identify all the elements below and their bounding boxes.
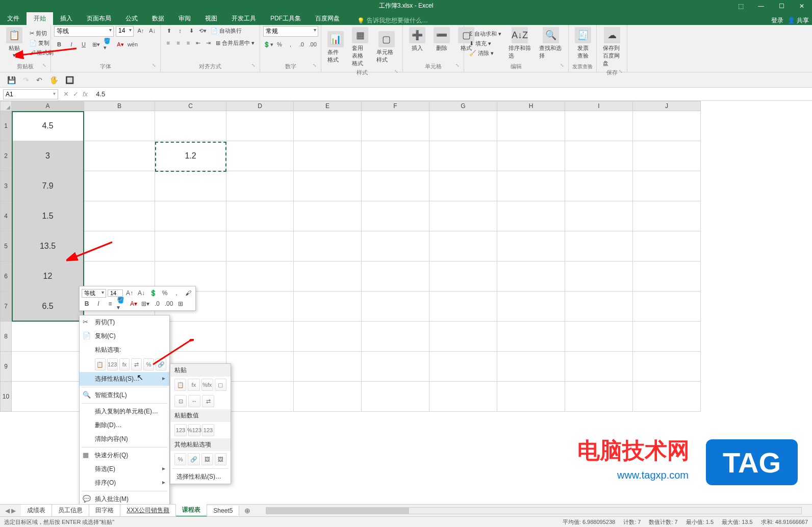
number-format-select[interactable]: 常规 (263, 26, 318, 37)
sub-paste-transpose[interactable]: ⇄ (202, 395, 214, 407)
cell-a4[interactable]: 1.5 (12, 201, 84, 231)
close-button[interactable]: ✕ (792, 0, 812, 12)
ctx-paste-special[interactable]: 选择性粘贴(S)…▸ (80, 372, 169, 386)
cell-j9[interactable] (633, 352, 701, 382)
ctx-clear[interactable]: 清除内容(N) (80, 432, 169, 446)
row-header-8[interactable]: 8 (0, 322, 12, 352)
clear-button[interactable]: 🧹 清除 ▾ (467, 49, 503, 58)
cell-f10[interactable] (362, 382, 429, 412)
cell-j4[interactable] (633, 201, 701, 231)
qat-save-button[interactable]: 💾 (7, 76, 16, 84)
cell-f1[interactable] (362, 111, 429, 141)
formula-enter-button[interactable]: ✓ (73, 90, 79, 98)
cell-g2[interactable] (429, 141, 497, 171)
tab-insert[interactable]: 插入 (53, 12, 80, 25)
cell-g8[interactable] (429, 322, 497, 352)
orientation-button[interactable]: ⟲▾ (197, 26, 208, 35)
share-button[interactable]: 👤 共享 (788, 16, 809, 25)
cell-d2[interactable] (226, 141, 294, 171)
tab-review[interactable]: 审阅 (171, 12, 198, 25)
cell-b4[interactable] (84, 201, 155, 231)
fill-color-button[interactable]: 🪣▾ (103, 40, 113, 49)
formula-input[interactable]: 4.5 (93, 89, 812, 99)
mini-decrease-font[interactable]: A↓ (136, 288, 146, 298)
cell-d4[interactable] (226, 201, 294, 231)
align-bottom-button[interactable]: ⬇ (186, 26, 196, 35)
cell-d3[interactable] (226, 171, 294, 201)
cell-e6[interactable] (294, 261, 362, 292)
cell-c5[interactable] (155, 231, 226, 261)
row-header-6[interactable]: 6 (0, 261, 12, 292)
cell-c4[interactable] (155, 201, 226, 231)
cell-f6[interactable] (362, 261, 429, 292)
sub-paste-values[interactable]: 123 (174, 424, 187, 436)
col-header-j[interactable]: J (633, 101, 701, 111)
cell-a9[interactable] (12, 352, 84, 382)
cell-g6[interactable] (429, 261, 497, 292)
ctx-insert-copied[interactable]: 插入复制的单元格(E)… (80, 405, 169, 418)
cell-g3[interactable] (429, 171, 497, 201)
row-header-3[interactable]: 3 (0, 171, 12, 201)
cell-j3[interactable] (633, 171, 701, 201)
cell-h3[interactable] (497, 171, 565, 201)
name-box[interactable]: A1 (3, 89, 58, 99)
row-header-4[interactable]: 4 (0, 201, 12, 231)
border-button[interactable]: ⊞▾ (91, 40, 101, 49)
autosum-button[interactable]: Σ 自动求和 ▾ (467, 30, 503, 38)
col-header-c[interactable]: C (155, 101, 226, 111)
cell-j8[interactable] (633, 322, 701, 352)
cell-g5[interactable] (429, 231, 497, 261)
tab-pdf[interactable]: PDF工具集 (263, 12, 308, 25)
qat-touch-button[interactable]: 🖐 (49, 76, 58, 84)
cell-h1[interactable] (497, 111, 565, 141)
col-header-a[interactable]: A (12, 101, 84, 111)
mini-font-size[interactable]: 14 (108, 289, 123, 297)
cell-i9[interactable] (565, 352, 633, 382)
indent-decrease-button[interactable]: ⇤ (194, 38, 203, 47)
tab-baidu[interactable]: 百度网盘 (308, 12, 347, 25)
mini-comma[interactable]: , (171, 288, 182, 298)
invoice-button[interactable]: 🧾发票 查验 (572, 26, 594, 61)
cell-g10[interactable] (429, 382, 497, 412)
cell-h8[interactable] (497, 322, 565, 352)
conditional-format-button[interactable]: 📊条件格式 (324, 26, 347, 68)
cell-f3[interactable] (362, 171, 429, 201)
paste-formatting-icon[interactable]: % (143, 358, 154, 371)
col-header-g[interactable]: G (429, 101, 497, 111)
qat-redo-button[interactable]: ↷ (23, 76, 29, 84)
mini-font-name[interactable]: 等线 (82, 289, 106, 298)
sub-paste-picture[interactable]: 🖼 (201, 453, 213, 465)
add-sheet-button[interactable]: ⊕ (239, 507, 256, 515)
italic-button[interactable]: I (66, 40, 77, 49)
sort-filter-button[interactable]: A↓Z排序和筛选 (505, 26, 535, 61)
mini-align[interactable]: ≡ (105, 299, 115, 308)
tab-data[interactable]: 数据 (145, 12, 171, 25)
row-header-9[interactable]: 9 (0, 352, 12, 382)
scrollbar-thumb[interactable] (266, 508, 409, 514)
cell-j7[interactable] (633, 292, 701, 322)
cell-f7[interactable] (362, 292, 429, 322)
row-header-1[interactable]: 1 (0, 111, 12, 141)
cell-a5[interactable]: 13.5 (12, 231, 84, 261)
increase-font-button[interactable]: A↑ (136, 26, 145, 35)
cell-b5[interactable] (84, 231, 155, 261)
ctx-copy[interactable]: 📄复制(C) (80, 329, 169, 343)
cell-d1[interactable] (226, 111, 294, 141)
fill-button[interactable]: ⬇ 填充 ▾ (467, 39, 503, 48)
cell-d5[interactable] (226, 231, 294, 261)
currency-button[interactable]: 💲▾ (263, 40, 273, 49)
cell-i6[interactable] (565, 261, 633, 292)
cell-c2[interactable]: 1.2 (155, 141, 226, 171)
cell-f4[interactable] (362, 201, 429, 231)
sub-paste-formulas[interactable]: fx (188, 379, 199, 391)
maximize-button[interactable]: ☐ (771, 0, 792, 12)
cell-i10[interactable] (565, 382, 633, 412)
row-header-2[interactable]: 2 (0, 141, 12, 171)
indent-increase-button[interactable]: ⇥ (204, 38, 213, 47)
col-header-b[interactable]: B (84, 101, 155, 111)
cell-h4[interactable] (497, 201, 565, 231)
mini-merge[interactable]: ⊞ (175, 299, 186, 308)
cell-j2[interactable] (633, 141, 701, 171)
sub-paste-no-border[interactable]: ⊡ (174, 395, 187, 407)
cell-g9[interactable] (429, 352, 497, 382)
